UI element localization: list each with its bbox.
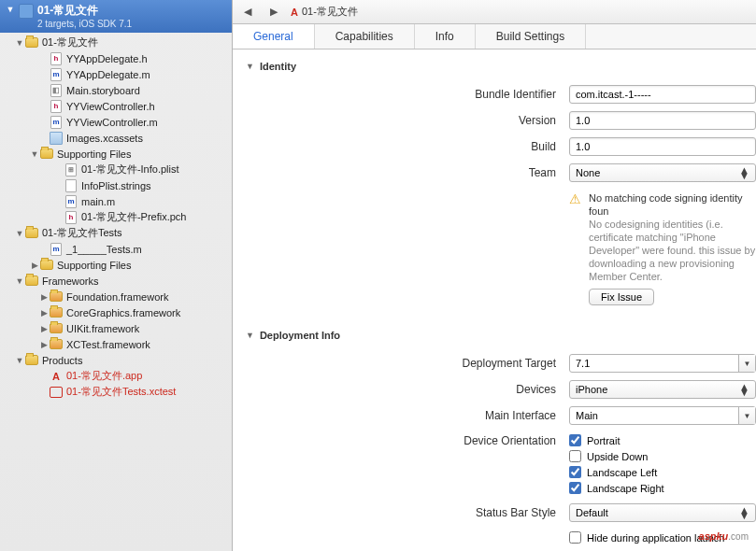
- tree-group[interactable]: ▶Supporting Files: [0, 257, 232, 273]
- disclosure-triangle-icon[interactable]: ▶: [30, 261, 39, 270]
- tree-file[interactable]: InfoPlist.strings: [0, 177, 232, 193]
- section-title: Deployment Info: [260, 330, 340, 341]
- disclosure-triangle-icon[interactable]: ▼: [15, 276, 24, 286]
- tree-file[interactable]: ⊞01-常见文件-Info.plist: [0, 162, 232, 177]
- project-subtitle: 2 targets, iOS SDK 7.1: [37, 19, 132, 29]
- app-product-icon: A: [49, 370, 64, 383]
- tree-file[interactable]: hYYViewController.h: [0, 98, 232, 114]
- jump-bar: ◀ ▶ A 01-常见文件: [233, 0, 756, 24]
- strings-file-icon: [64, 179, 78, 192]
- content-area: ▼ Identity Bundle Identifier Version Bui…: [233, 49, 756, 551]
- impl-file-icon: m: [49, 243, 64, 256]
- tree-file[interactable]: hYYAppDelegate.h: [0, 50, 232, 66]
- back-button[interactable]: ◀: [238, 6, 257, 18]
- tree-file[interactable]: mmain.m: [0, 193, 232, 209]
- disclosure-triangle-icon[interactable]: ▼: [15, 356, 24, 365]
- disclosure-triangle-icon[interactable]: ▼: [246, 331, 254, 340]
- tab-capabilities[interactable]: Capabilities: [315, 24, 415, 49]
- warning-icon: ⚠: [569, 191, 581, 206]
- devices-value: iPhone: [576, 384, 607, 395]
- tab-build-settings[interactable]: Build Settings: [476, 24, 586, 49]
- devices-select[interactable]: iPhone ▲▼: [569, 380, 756, 399]
- signing-warning: ⚠ No matching code signing identity foun…: [233, 186, 756, 309]
- disclosure-triangle-icon[interactable]: ▼: [6, 5, 15, 14]
- orientation-upside-down[interactable]: Upside Down: [569, 448, 648, 464]
- disclosure-triangle-icon[interactable]: ▶: [39, 340, 49, 349]
- disclosure-triangle-icon[interactable]: ▼: [15, 38, 24, 48]
- tree-file[interactable]: mYYViewController.m: [0, 114, 232, 130]
- framework-icon: [49, 290, 64, 304]
- tree-file[interactable]: ◧Main.storyboard: [0, 82, 232, 98]
- disclosure-triangle-icon[interactable]: ▶: [39, 292, 49, 302]
- folder-icon: [24, 227, 39, 240]
- orientation-landscape-right[interactable]: Landscape Right: [569, 480, 664, 496]
- tab-general[interactable]: General: [233, 24, 315, 49]
- orientation-portrait[interactable]: Portrait: [569, 432, 620, 448]
- tree-file[interactable]: 01-常见文件Tests.xctest: [0, 384, 232, 400]
- storyboard-file-icon: ◧: [49, 84, 64, 97]
- tree-group[interactable]: ▼Supporting Files: [0, 146, 232, 162]
- hide-status-bar-checkbox[interactable]: Hide during application launch: [569, 530, 724, 545]
- tab-info[interactable]: Info: [415, 24, 476, 49]
- project-navigator: ▼ 01-常见文件 2 targets, iOS SDK 7.1 ▼ 01-常见…: [0, 0, 233, 551]
- project-name: 01-常见文件: [37, 3, 132, 19]
- project-header[interactable]: ▼ 01-常见文件 2 targets, iOS SDK 7.1: [0, 0, 232, 33]
- plist-file-icon: ⊞: [64, 163, 78, 177]
- select-arrows-icon: ▲▼: [739, 507, 749, 518]
- tree-file[interactable]: ▶CoreGraphics.framework: [0, 304, 232, 320]
- team-value: None: [576, 167, 600, 178]
- status-bar-label: Status Bar Style: [233, 506, 569, 519]
- impl-file-icon: m: [64, 195, 78, 208]
- tree-label: 01-常见文件: [42, 35, 98, 49]
- assets-icon: [49, 132, 64, 145]
- main-interface-combo[interactable]: Main ▼: [569, 406, 756, 425]
- chevron-down-icon: ▼: [738, 355, 755, 372]
- tree-file[interactable]: ▶UIKit.framework: [0, 320, 232, 336]
- project-icon: [19, 4, 34, 19]
- folder-icon: [39, 148, 54, 161]
- tree-file[interactable]: ▶XCTest.framework: [0, 336, 232, 352]
- disclosure-triangle-icon[interactable]: ▶: [39, 324, 49, 333]
- disclosure-triangle-icon[interactable]: ▼: [15, 229, 24, 238]
- tree-group[interactable]: ▼ 01-常见文件: [0, 35, 232, 50]
- disclosure-triangle-icon[interactable]: ▶: [39, 308, 49, 318]
- folder-icon: [39, 259, 54, 272]
- version-label: Version: [233, 114, 569, 127]
- framework-icon: [49, 338, 64, 351]
- xctest-product-icon: [49, 386, 64, 399]
- tree-group[interactable]: ▼01-常见文件Tests: [0, 225, 232, 241]
- disclosure-triangle-icon[interactable]: ▼: [30, 149, 39, 159]
- select-arrows-icon: ▲▼: [739, 167, 749, 178]
- warning-body: No codesigning identities (i.e. certific…: [589, 218, 756, 283]
- bundle-id-input[interactable]: [569, 85, 756, 104]
- folder-icon: [24, 275, 39, 288]
- impl-file-icon: m: [49, 116, 64, 129]
- file-tree: ▼ 01-常见文件 hYYAppDelegate.h mYYAppDelegat…: [0, 33, 232, 551]
- deployment-target-combo[interactable]: 7.1 ▼: [569, 354, 756, 373]
- tree-file[interactable]: Images.xcassets: [0, 130, 232, 146]
- team-label: Team: [233, 166, 569, 179]
- fix-issue-button[interactable]: Fix Issue: [589, 289, 654, 305]
- breadcrumb[interactable]: A 01-常见文件: [291, 5, 358, 19]
- tree-group[interactable]: ▼Frameworks: [0, 273, 232, 289]
- tree-file[interactable]: mYYAppDelegate.m: [0, 66, 232, 82]
- tree-file[interactable]: A01-常见文件.app: [0, 368, 232, 384]
- tree-file[interactable]: m_1_____Tests.m: [0, 241, 232, 257]
- orientation-landscape-left[interactable]: Landscape Left: [569, 464, 657, 480]
- status-bar-select[interactable]: Default ▲▼: [569, 503, 756, 522]
- main-interface-value: Main: [570, 410, 738, 421]
- build-input[interactable]: [569, 137, 756, 156]
- tree-group[interactable]: ▼Products: [0, 352, 232, 368]
- forward-button[interactable]: ▶: [264, 6, 283, 18]
- section-identity-header[interactable]: ▼ Identity: [233, 57, 756, 76]
- header-file-icon: h: [49, 100, 64, 113]
- tree-file[interactable]: h01-常见文件-Prefix.pch: [0, 209, 232, 225]
- section-title: Identity: [260, 61, 296, 72]
- tree-file[interactable]: ▶Foundation.framework: [0, 289, 232, 304]
- version-input[interactable]: [569, 111, 756, 130]
- section-deialog-header[interactable]: ▼ Deployment Info: [233, 326, 756, 345]
- disclosure-triangle-icon[interactable]: ▼: [246, 62, 254, 71]
- editor-area: ◀ ▶ A 01-常见文件 General Capabilities Info …: [233, 0, 756, 551]
- folder-icon: [24, 36, 39, 49]
- team-select[interactable]: None ▲▼: [569, 163, 756, 182]
